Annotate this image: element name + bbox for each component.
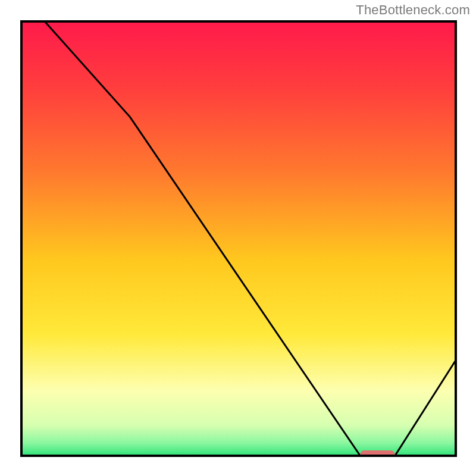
gradient-background: [21, 21, 456, 456]
chart-container: TheBottleneck.com: [0, 0, 476, 476]
bottleneck-chart: [0, 0, 476, 476]
